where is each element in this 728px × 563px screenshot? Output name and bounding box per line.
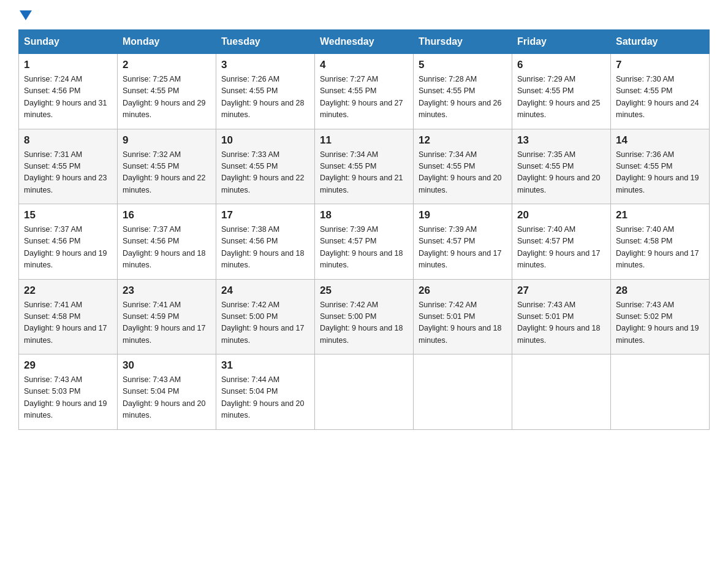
day-number: 3 [221, 59, 309, 71]
day-info: Sunrise: 7:41 AMSunset: 4:59 PMDaylight:… [123, 299, 211, 347]
day-number: 1 [24, 59, 112, 71]
day-number: 6 [517, 59, 605, 71]
day-info: Sunrise: 7:37 AMSunset: 4:56 PMDaylight:… [123, 224, 211, 272]
weekday-header-thursday: Thursday [414, 30, 512, 54]
week-row-1: 1Sunrise: 7:24 AMSunset: 4:56 PMDaylight… [19, 54, 710, 129]
day-number: 16 [123, 209, 211, 221]
day-info: Sunrise: 7:42 AMSunset: 5:00 PMDaylight:… [320, 299, 408, 347]
day-info: Sunrise: 7:39 AMSunset: 4:57 PMDaylight:… [320, 224, 408, 272]
calendar-cell: 10Sunrise: 7:33 AMSunset: 4:55 PMDayligh… [216, 129, 315, 204]
day-info: Sunrise: 7:44 AMSunset: 5:04 PMDaylight:… [221, 374, 309, 422]
calendar-cell: 6Sunrise: 7:29 AMSunset: 4:55 PMDaylight… [512, 54, 611, 129]
calendar-cell: 11Sunrise: 7:34 AMSunset: 4:55 PMDayligh… [315, 129, 414, 204]
calendar-cell: 23Sunrise: 7:41 AMSunset: 4:59 PMDayligh… [118, 279, 216, 354]
calendar-cell: 3Sunrise: 7:26 AMSunset: 4:55 PMDaylight… [216, 54, 315, 129]
calendar-cell [315, 354, 414, 430]
day-number: 19 [419, 209, 507, 221]
calendar-cell: 4Sunrise: 7:27 AMSunset: 4:55 PMDaylight… [315, 54, 414, 129]
week-row-2: 8Sunrise: 7:31 AMSunset: 4:55 PMDaylight… [19, 129, 710, 204]
day-number: 12 [419, 134, 507, 147]
day-number: 18 [320, 209, 408, 221]
day-number: 30 [123, 359, 211, 372]
day-number: 20 [517, 209, 605, 221]
day-info: Sunrise: 7:38 AMSunset: 4:56 PMDaylight:… [221, 224, 309, 272]
day-info: Sunrise: 7:31 AMSunset: 4:55 PMDaylight:… [24, 149, 112, 197]
day-info: Sunrise: 7:40 AMSunset: 4:57 PMDaylight:… [517, 224, 605, 272]
day-info: Sunrise: 7:34 AMSunset: 4:55 PMDaylight:… [320, 149, 408, 197]
day-info: Sunrise: 7:33 AMSunset: 4:55 PMDaylight:… [221, 149, 309, 197]
day-info: Sunrise: 7:36 AMSunset: 4:55 PMDaylight:… [616, 149, 704, 197]
day-info: Sunrise: 7:43 AMSunset: 5:03 PMDaylight:… [24, 374, 112, 422]
calendar-cell: 15Sunrise: 7:37 AMSunset: 4:56 PMDayligh… [19, 204, 118, 280]
calendar-cell: 26Sunrise: 7:42 AMSunset: 5:01 PMDayligh… [414, 279, 512, 354]
calendar-cell: 22Sunrise: 7:41 AMSunset: 4:58 PMDayligh… [19, 279, 118, 354]
day-number: 23 [123, 285, 211, 297]
logo [18, 12, 32, 17]
day-info: Sunrise: 7:42 AMSunset: 5:00 PMDaylight:… [221, 299, 309, 347]
day-number: 8 [24, 134, 112, 147]
week-row-3: 15Sunrise: 7:37 AMSunset: 4:56 PMDayligh… [19, 204, 710, 280]
day-info: Sunrise: 7:39 AMSunset: 4:57 PMDaylight:… [419, 224, 507, 272]
day-info: Sunrise: 7:24 AMSunset: 4:56 PMDaylight:… [24, 74, 112, 121]
calendar-cell: 13Sunrise: 7:35 AMSunset: 4:55 PMDayligh… [512, 129, 611, 204]
day-number: 26 [419, 285, 507, 297]
calendar-cell: 1Sunrise: 7:24 AMSunset: 4:56 PMDaylight… [19, 54, 118, 129]
calendar-cell [512, 354, 611, 430]
day-number: 7 [616, 59, 704, 71]
calendar-cell: 17Sunrise: 7:38 AMSunset: 4:56 PMDayligh… [216, 204, 315, 280]
calendar-cell: 5Sunrise: 7:28 AMSunset: 4:55 PMDaylight… [414, 54, 512, 129]
day-info: Sunrise: 7:28 AMSunset: 4:55 PMDaylight:… [419, 74, 507, 121]
calendar-cell [414, 354, 512, 430]
weekday-header-row: SundayMondayTuesdayWednesdayThursdayFrid… [19, 30, 710, 54]
weekday-header-friday: Friday [512, 30, 611, 54]
day-info: Sunrise: 7:29 AMSunset: 4:55 PMDaylight:… [517, 74, 605, 121]
day-number: 13 [517, 134, 605, 147]
calendar-cell: 16Sunrise: 7:37 AMSunset: 4:56 PMDayligh… [118, 204, 216, 280]
day-number: 27 [517, 285, 605, 297]
day-number: 5 [419, 59, 507, 71]
day-info: Sunrise: 7:43 AMSunset: 5:04 PMDaylight:… [123, 374, 211, 422]
day-info: Sunrise: 7:30 AMSunset: 4:55 PMDaylight:… [616, 74, 704, 121]
weekday-header-sunday: Sunday [19, 30, 118, 54]
day-number: 25 [320, 285, 408, 297]
weekday-header-wednesday: Wednesday [315, 30, 414, 54]
page-header [18, 12, 710, 17]
weekday-header-tuesday: Tuesday [216, 30, 315, 54]
calendar-cell: 19Sunrise: 7:39 AMSunset: 4:57 PMDayligh… [414, 204, 512, 280]
calendar-cell: 27Sunrise: 7:43 AMSunset: 5:01 PMDayligh… [512, 279, 611, 354]
day-info: Sunrise: 7:35 AMSunset: 4:55 PMDaylight:… [517, 149, 605, 197]
calendar-cell: 28Sunrise: 7:43 AMSunset: 5:02 PMDayligh… [611, 279, 710, 354]
day-info: Sunrise: 7:34 AMSunset: 4:55 PMDaylight:… [419, 149, 507, 197]
day-info: Sunrise: 7:42 AMSunset: 5:01 PMDaylight:… [419, 299, 507, 347]
week-row-5: 29Sunrise: 7:43 AMSunset: 5:03 PMDayligh… [19, 354, 710, 430]
calendar-cell: 21Sunrise: 7:40 AMSunset: 4:58 PMDayligh… [611, 204, 710, 280]
calendar-cell: 12Sunrise: 7:34 AMSunset: 4:55 PMDayligh… [414, 129, 512, 204]
calendar-cell: 29Sunrise: 7:43 AMSunset: 5:03 PMDayligh… [19, 354, 118, 430]
day-info: Sunrise: 7:40 AMSunset: 4:58 PMDaylight:… [616, 224, 704, 272]
week-row-4: 22Sunrise: 7:41 AMSunset: 4:58 PMDayligh… [19, 279, 710, 354]
day-info: Sunrise: 7:32 AMSunset: 4:55 PMDaylight:… [123, 149, 211, 197]
day-info: Sunrise: 7:27 AMSunset: 4:55 PMDaylight:… [320, 74, 408, 121]
calendar-cell: 30Sunrise: 7:43 AMSunset: 5:04 PMDayligh… [118, 354, 216, 430]
calendar-cell: 9Sunrise: 7:32 AMSunset: 4:55 PMDaylight… [118, 129, 216, 204]
day-number: 31 [221, 359, 309, 372]
logo-triangle-icon [20, 10, 32, 20]
day-number: 15 [24, 209, 112, 221]
calendar-cell: 31Sunrise: 7:44 AMSunset: 5:04 PMDayligh… [216, 354, 315, 430]
day-info: Sunrise: 7:43 AMSunset: 5:02 PMDaylight:… [616, 299, 704, 347]
calendar-cell [611, 354, 710, 430]
weekday-header-saturday: Saturday [611, 30, 710, 54]
day-number: 17 [221, 209, 309, 221]
calendar-cell: 25Sunrise: 7:42 AMSunset: 5:00 PMDayligh… [315, 279, 414, 354]
day-info: Sunrise: 7:25 AMSunset: 4:55 PMDaylight:… [123, 74, 211, 121]
day-info: Sunrise: 7:37 AMSunset: 4:56 PMDaylight:… [24, 224, 112, 272]
day-number: 9 [123, 134, 211, 147]
calendar-cell: 2Sunrise: 7:25 AMSunset: 4:55 PMDaylight… [118, 54, 216, 129]
day-number: 14 [616, 134, 704, 147]
day-info: Sunrise: 7:43 AMSunset: 5:01 PMDaylight:… [517, 299, 605, 347]
weekday-header-monday: Monday [118, 30, 216, 54]
day-number: 21 [616, 209, 704, 221]
calendar-cell: 8Sunrise: 7:31 AMSunset: 4:55 PMDaylight… [19, 129, 118, 204]
day-number: 24 [221, 285, 309, 297]
day-number: 22 [24, 285, 112, 297]
